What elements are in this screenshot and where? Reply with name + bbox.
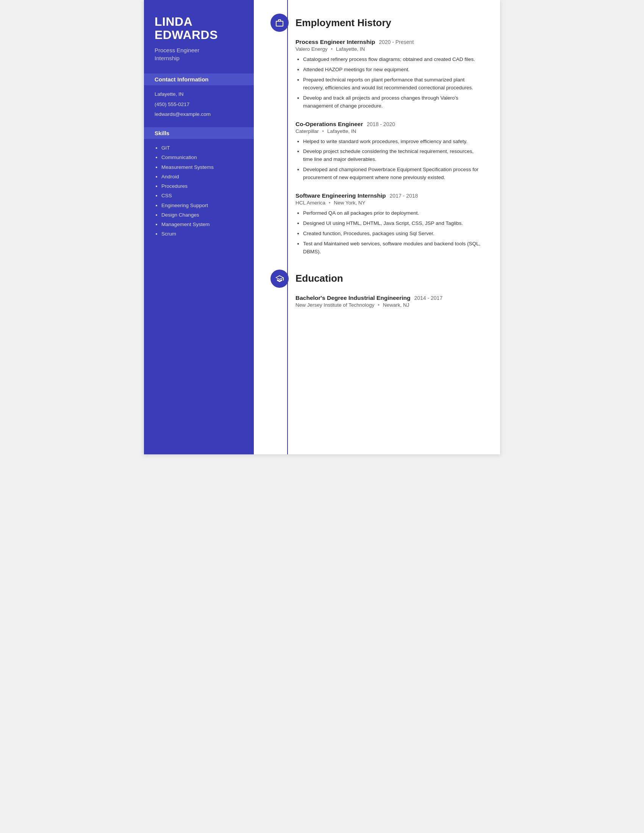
job-bullet: Develop project schedule considering the…	[303, 148, 483, 164]
job-block: Co-Operations Engineer 2018 - 2020 Cater…	[295, 121, 483, 182]
job-title-row: Software Engineering Internship 2017 - 2…	[295, 192, 483, 199]
edu-block: Bachelor's Degree Industrial Engineering…	[295, 294, 483, 308]
candidate-title: Process Engineer Internship	[155, 46, 243, 62]
contact-section: Contact Information Lafayette, IN (450) …	[155, 74, 243, 118]
job-title: Software Engineering Internship	[295, 192, 386, 199]
skills-header: Skills	[144, 127, 254, 139]
job-title-row: Process Engineer Internship 2020 - Prese…	[295, 39, 483, 45]
contact-phone: (450) 555-0217	[155, 101, 243, 108]
job-bullet: Designed UI using HTML, DHTML, Java Scri…	[303, 220, 483, 228]
job-company-row: Caterpillar • Lafayette, IN	[295, 129, 483, 134]
edu-dates: 2014 - 2017	[414, 295, 443, 301]
bullet-separator: •	[331, 46, 333, 52]
job-bullet: Catalogued refinery process flow diagram…	[303, 56, 483, 64]
skill-item: Communication	[161, 154, 243, 161]
job-company: HCL America	[295, 200, 325, 206]
job-dates: 2018 - 2020	[367, 121, 395, 127]
job-bullet: Prepared technical reports on plant perf…	[303, 76, 483, 92]
skill-item: CSS	[161, 192, 243, 199]
job-title: Process Engineer Internship	[295, 39, 375, 45]
job-dates: 2017 - 2018	[390, 193, 418, 199]
job-bullet: Test and Maintained web services, softwa…	[303, 240, 483, 256]
edu-school: New Jersey Institute of Technology	[295, 302, 374, 308]
employment-title: Employment History	[295, 17, 391, 29]
job-bullets: Performed QA on all packages prior to de…	[295, 209, 483, 256]
jobs-container: Process Engineer Internship 2020 - Prese…	[270, 39, 483, 256]
job-bullet: Develop and track all projects and proce…	[303, 94, 483, 110]
candidate-name: LINDA EDWARDS	[155, 15, 243, 42]
skill-item: GIT	[161, 144, 243, 152]
job-block: Software Engineering Internship 2017 - 2…	[295, 192, 483, 256]
contact-email: ledwards@example.com	[155, 111, 243, 118]
job-bullet: Developed and championed Powerbrace Equi…	[303, 166, 483, 182]
skill-item: Scrum	[161, 230, 243, 238]
job-dates: 2020 - Present	[379, 39, 414, 45]
bullet-separator: •	[329, 200, 331, 206]
skill-item: Design Changes	[161, 211, 243, 219]
job-company-row: Valero Energy • Lafayette, IN	[295, 46, 483, 52]
skill-item: Android	[161, 173, 243, 181]
education-title: Education	[295, 273, 343, 285]
employment-section: Employment History Process Engineer Inte…	[270, 14, 483, 256]
edu-location: Newark, NJ	[383, 302, 409, 308]
job-title: Co-Operations Engineer	[295, 121, 363, 128]
edu-degree-row: Bachelor's Degree Industrial Engineering…	[295, 294, 483, 301]
graduation-icon	[270, 270, 289, 288]
job-block: Process Engineer Internship 2020 - Prese…	[295, 39, 483, 110]
skill-item: Engineering Support	[161, 202, 243, 209]
edu-degree: Bachelor's Degree Industrial Engineering	[295, 294, 410, 301]
skills-list: GITCommunicationMeasurement SystemsAndro…	[155, 144, 243, 238]
job-title-row: Co-Operations Engineer 2018 - 2020	[295, 121, 483, 128]
bullet-separator: •	[378, 302, 380, 308]
skill-item: Management System	[161, 221, 243, 228]
sidebar: LINDA EDWARDS Process Engineer Internshi…	[144, 0, 254, 454]
employment-header-row: Employment History	[270, 14, 483, 32]
skill-item: Measurement Systems	[161, 164, 243, 171]
briefcase-icon	[270, 14, 289, 32]
contact-city: Lafayette, IN	[155, 90, 243, 98]
edu-container: Bachelor's Degree Industrial Engineering…	[270, 294, 483, 308]
skill-item: Procedures	[161, 182, 243, 190]
job-company: Valero Energy	[295, 46, 328, 52]
contact-header: Contact Information	[144, 74, 254, 85]
resume-container: LINDA EDWARDS Process Engineer Internshi…	[144, 0, 500, 454]
job-bullets: Helped to write standard work procedures…	[295, 138, 483, 182]
edu-school-row: New Jersey Institute of Technology • New…	[295, 302, 483, 308]
job-bullet: Attended HAZOP meetings for new equipmen…	[303, 66, 483, 74]
education-header-row: Education	[270, 270, 483, 288]
job-bullet: Created function, Procedures, packages u…	[303, 230, 483, 238]
main-content: Employment History Process Engineer Inte…	[254, 0, 500, 454]
job-location: Lafayette, IN	[327, 129, 356, 134]
bullet-separator: •	[322, 129, 324, 134]
skills-section: Skills GITCommunicationMeasurement Syste…	[155, 127, 243, 238]
job-bullets: Catalogued refinery process flow diagram…	[295, 56, 483, 110]
education-section: Education Bachelor's Degree Industrial E…	[270, 270, 483, 308]
job-bullet: Performed QA on all packages prior to de…	[303, 209, 483, 217]
job-location: New York, NY	[334, 200, 365, 206]
job-location: Lafayette, IN	[336, 46, 365, 52]
job-company-row: HCL America • New York, NY	[295, 200, 483, 206]
job-company: Caterpillar	[295, 129, 319, 134]
job-bullet: Helped to write standard work procedures…	[303, 138, 483, 146]
